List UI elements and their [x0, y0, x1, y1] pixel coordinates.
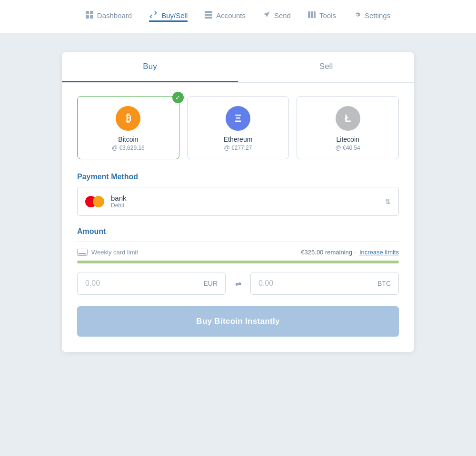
- nav-send[interactable]: Send: [263, 11, 291, 22]
- litecoin-price: @ €40.54: [336, 145, 360, 151]
- payment-method-selector[interactable]: bank Debit ⇅: [77, 187, 399, 216]
- limit-left: Weekly card limit: [77, 249, 138, 256]
- amount-inputs-row: EUR ⇌ BTC: [77, 272, 399, 295]
- buy-button[interactable]: Buy Bitcoin Instantly: [77, 306, 399, 337]
- card-body: ✓ ₿ Bitcoin @ €3,629.16 Ξ Ethereum @ €27…: [62, 83, 414, 352]
- send-icon: [263, 11, 270, 20]
- svg-rect-4: [205, 11, 212, 13]
- crypto-card-litecoin[interactable]: Ł Litecoin @ €40.54: [297, 96, 399, 159]
- crypto-card-bitcoin[interactable]: ✓ ₿ Bitcoin @ €3,629.16: [77, 96, 179, 159]
- btc-input[interactable]: [258, 279, 377, 288]
- selected-checkmark: ✓: [172, 92, 184, 103]
- svg-rect-9: [314, 11, 316, 18]
- svg-rect-2: [86, 15, 89, 19]
- card-limit-icon: [77, 249, 88, 256]
- tab-sell[interactable]: Sell: [238, 52, 414, 82]
- amount-section-label: Amount: [77, 227, 399, 236]
- litecoin-icon: Ł: [336, 106, 360, 131]
- payment-method-info: bank Debit: [85, 194, 127, 209]
- mc-orange-circle: [93, 196, 104, 207]
- payment-name: bank: [111, 194, 127, 202]
- mastercard-icon: [85, 196, 104, 207]
- chevron-updown-icon: ⇅: [385, 198, 391, 205]
- bitcoin-icon: ₿: [116, 106, 140, 131]
- bitcoin-name: Bitcoin: [118, 136, 138, 143]
- crypto-card-ethereum[interactable]: Ξ Ethereum @ €277.27: [187, 96, 289, 159]
- limit-row: Weekly card limit €325.00 remaining · In…: [77, 249, 399, 256]
- dot-separator: ·: [354, 249, 356, 256]
- svg-rect-3: [90, 15, 93, 19]
- eur-input-wrap: EUR: [77, 272, 226, 295]
- limit-label: Weekly card limit: [91, 249, 138, 256]
- nav-settings[interactable]: Settings: [353, 11, 390, 22]
- progress-fill: [77, 261, 399, 263]
- bitcoin-price: @ €3,629.16: [112, 145, 145, 151]
- nav-tools[interactable]: Tools: [308, 11, 336, 22]
- svg-rect-7: [308, 11, 310, 18]
- svg-rect-1: [90, 11, 93, 14]
- dashboard-icon: [86, 11, 93, 20]
- payment-details: bank Debit: [111, 194, 127, 209]
- buy-sell-card: Buy Sell ✓ ₿ Bitcoin @ €3,629.16 Ξ Ether…: [62, 52, 414, 352]
- settings-icon: [353, 11, 361, 20]
- remaining-text: €325.00 remaining: [301, 249, 352, 256]
- crypto-grid: ✓ ₿ Bitcoin @ €3,629.16 Ξ Ethereum @ €27…: [77, 96, 399, 159]
- svg-rect-8: [311, 11, 313, 18]
- limit-right: €325.00 remaining · Increase limits: [301, 249, 399, 256]
- nav-buysell[interactable]: Buy/Sell: [149, 11, 188, 22]
- progress-bar: [77, 261, 399, 263]
- ethereum-name: Ethereum: [224, 136, 253, 143]
- payment-section-label: Payment Method: [77, 173, 399, 181]
- tabs: Buy Sell: [62, 52, 414, 83]
- ethereum-price: @ €277.27: [224, 145, 252, 151]
- eur-currency: EUR: [203, 280, 218, 287]
- tools-icon: [308, 11, 316, 20]
- amount-divider: [77, 242, 399, 242]
- ethereum-icon: Ξ: [226, 106, 250, 131]
- svg-rect-0: [86, 11, 89, 14]
- buysell-icon: [149, 11, 158, 20]
- navbar: Dashboard Buy/Sell Accounts Send Tools S…: [0, 0, 476, 33]
- main-content: Buy Sell ✓ ₿ Bitcoin @ €3,629.16 Ξ Ether…: [0, 33, 476, 371]
- swap-icon: ⇌: [231, 279, 245, 288]
- increase-limits-link[interactable]: Increase limits: [359, 249, 399, 256]
- eur-input[interactable]: [85, 279, 203, 288]
- svg-rect-5: [205, 14, 212, 16]
- svg-rect-6: [205, 17, 212, 19]
- nav-accounts[interactable]: Accounts: [205, 11, 246, 22]
- nav-dashboard[interactable]: Dashboard: [86, 11, 132, 22]
- payment-type: Debit: [111, 202, 127, 209]
- btc-currency: BTC: [377, 280, 391, 287]
- btc-input-wrap: BTC: [250, 272, 399, 295]
- accounts-icon: [205, 11, 212, 20]
- litecoin-name: Litecoin: [337, 136, 359, 143]
- tab-buy[interactable]: Buy: [62, 52, 238, 82]
